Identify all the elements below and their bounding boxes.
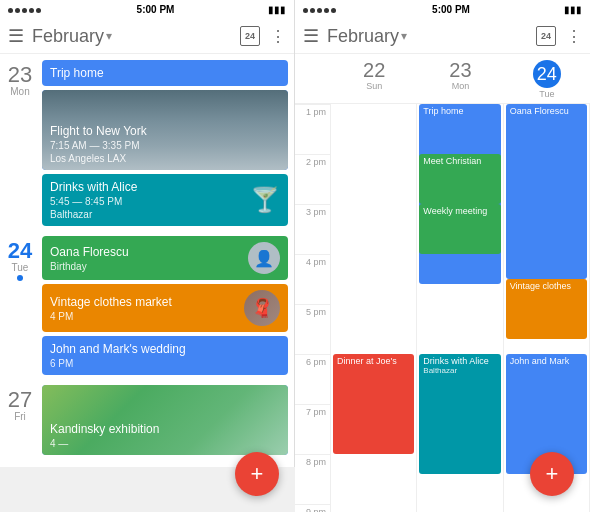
battery-icon-right: ▮▮▮ (564, 4, 582, 15)
time-col-spacer (295, 54, 331, 103)
week-event-vintage-right[interactable]: Vintage clothes (506, 279, 587, 339)
menu-icon-left[interactable]: ☰ (8, 25, 24, 47)
day-list: 23 Mon Trip home Flight to New York 7:15… (0, 54, 294, 467)
week-header: 22 Sun 23 Mon 24 Tue (295, 54, 590, 104)
day-label-fri: 27 Fri (0, 379, 40, 459)
status-time-left: 5:00 PM (137, 4, 175, 15)
event-title-trip: Trip home (50, 66, 280, 80)
week-event-christian[interactable]: Meet Christian (419, 154, 500, 204)
more-icon-right[interactable]: ⋮ (566, 27, 582, 46)
event-flight-ny[interactable]: Flight to New York 7:15 AM — 3:35 PM Los… (42, 90, 288, 170)
week-event-title-wedding-right: John and Mark (510, 356, 583, 366)
header-title-right: February ▾ (327, 26, 536, 47)
event-oana[interactable]: Oana Florescu Birthday 👤 (42, 236, 288, 280)
time-column: 1 pm 2 pm 3 pm 4 pm 5 pm 6 pm 7 pm 8 pm … (295, 104, 331, 512)
battery-icon: ▮▮▮ (268, 4, 286, 15)
battery-right: ▮▮▮ (564, 4, 582, 15)
week-col-mon[interactable]: 23 Mon (417, 54, 503, 103)
vintage-icon: 🧣 (244, 290, 280, 326)
event-drinks[interactable]: Drinks with Alice 5:45 — 8:45 PM Balthaz… (42, 174, 288, 226)
time-9pm: 9 pm (295, 504, 330, 512)
week-body: 1 pm 2 pm 3 pm 4 pm 5 pm 6 pm 7 pm 8 pm … (295, 104, 590, 512)
avatar-oana: 👤 (248, 242, 280, 274)
week-name-mon: Mon (419, 81, 501, 91)
week-num-mon: 23 (419, 60, 501, 80)
day-events-mon: Trip home Flight to New York 7:15 AM — 3… (40, 54, 294, 230)
event-sub-oana: Birthday (50, 261, 248, 272)
week-event-drinks-right[interactable]: Drinks with Alice Balthazar (419, 354, 500, 474)
day-num-tue: 24 (4, 240, 36, 262)
event-trip-home[interactable]: Trip home (42, 60, 288, 86)
vintage-layout: Vintage clothes market 4 PM 🧣 (50, 290, 280, 326)
day-name-mon: Mon (4, 86, 36, 97)
header-left: ☰ February ▾ 24 ⋮ (0, 19, 294, 54)
day-name-tue: Tue (4, 262, 36, 273)
week-event-title-trip: Trip home (423, 106, 496, 116)
header-right: ☰ February ▾ 24 ⋮ (295, 19, 590, 54)
event-time-vintage: 4 PM (50, 311, 244, 322)
week-events-area: Dinner at Joe's Trip home Meet Christian (331, 104, 590, 512)
day-label-mon: 23 Mon (0, 54, 40, 230)
week-col-tue[interactable]: 24 Tue (504, 54, 590, 103)
event-time-flight: 7:15 AM — 3:35 PM (50, 140, 280, 151)
right-panel: 5:00 PM ▮▮▮ ☰ February ▾ 24 ⋮ 22 (295, 0, 590, 512)
cocktail-icon: 🍸 (250, 186, 280, 214)
week-event-weekly[interactable]: Weekly meeting (419, 204, 500, 254)
menu-icon-right[interactable]: ☰ (303, 25, 319, 47)
week-name-sun: Sun (333, 81, 415, 91)
drinks-layout: Drinks with Alice 5:45 — 8:45 PM Balthaz… (50, 180, 280, 220)
status-bar-left: 5:00 PM ▮▮▮ (0, 0, 294, 19)
event-title-drinks: Drinks with Alice (50, 180, 250, 194)
status-bar-right: 5:00 PM ▮▮▮ (295, 0, 590, 19)
month-title-left: February (32, 26, 104, 47)
time-6pm: 6 pm (295, 354, 330, 404)
fab-left[interactable]: + (235, 452, 279, 496)
header-icons-left: 24 ⋮ (240, 26, 286, 46)
week-day-mon: Trip home Meet Christian Weekly meeting … (417, 104, 503, 512)
week-num-tue: 24 (533, 60, 561, 88)
week-event-title-weekly: Weekly meeting (423, 206, 496, 216)
week-event-title-christian: Meet Christian (423, 156, 496, 166)
time-5pm: 5 pm (295, 304, 330, 354)
event-kandinsky[interactable]: Kandinsky exhibition 4 — (42, 385, 288, 455)
calendar-icon-right[interactable]: 24 (536, 26, 556, 46)
time-4pm: 4 pm (295, 254, 330, 304)
week-event-dinner[interactable]: Dinner at Joe's (333, 354, 414, 454)
status-time-right: 5:00 PM (432, 4, 470, 15)
calendar-icon-left[interactable]: 24 (240, 26, 260, 46)
day-num-mon: 23 (4, 64, 36, 86)
event-title-wedding: John and Mark's wedding (50, 342, 280, 356)
week-event-title-oana-right: Oana Florescu (510, 106, 583, 116)
day-name-fri: Fri (4, 411, 36, 422)
event-title-kandinsky: Kandinsky exhibition (50, 422, 280, 436)
time-1pm: 1 pm (295, 104, 330, 154)
day-section-tue: 24 Tue Oana Florescu Birthday 👤 (0, 230, 294, 379)
today-dot (17, 275, 23, 281)
event-time-kandinsky: 4 — (50, 438, 280, 449)
left-panel: 5:00 PM ▮▮▮ ☰ February ▾ 24 ⋮ (0, 0, 295, 512)
day-label-tue: 24 Tue (0, 230, 40, 379)
event-vintage[interactable]: Vintage clothes market 4 PM 🧣 (42, 284, 288, 332)
header-title-left: February ▾ (32, 26, 240, 47)
week-col-sun[interactable]: 22 Sun (331, 54, 417, 103)
time-3pm: 3 pm (295, 204, 330, 254)
birthday-layout: Oana Florescu Birthday 👤 (50, 242, 280, 274)
event-title-flight: Flight to New York (50, 124, 280, 138)
time-7pm: 7 pm (295, 404, 330, 454)
event-time-wedding: 6 PM (50, 358, 280, 369)
more-icon-left[interactable]: ⋮ (270, 27, 286, 46)
week-num-sun: 22 (333, 60, 415, 80)
day-events-fri: Kandinsky exhibition 4 — (40, 379, 294, 459)
dropdown-icon-right[interactable]: ▾ (401, 29, 407, 43)
day-section-fri: 27 Fri Kandinsky exhibition 4 — (0, 379, 294, 459)
week-event-oana-right[interactable]: Oana Florescu (506, 104, 587, 279)
event-title-vintage: Vintage clothes market (50, 295, 244, 309)
event-wedding[interactable]: John and Mark's wedding 6 PM (42, 336, 288, 375)
signal-dots-right (303, 4, 338, 15)
week-event-title-vintage-right: Vintage clothes (510, 281, 583, 291)
time-2pm: 2 pm (295, 154, 330, 204)
fab-right[interactable]: + (530, 452, 574, 496)
week-day-tue: Oana Florescu Vintage clothes John and M… (504, 104, 590, 512)
signal-dots (8, 4, 43, 15)
dropdown-icon-left[interactable]: ▾ (106, 29, 112, 43)
